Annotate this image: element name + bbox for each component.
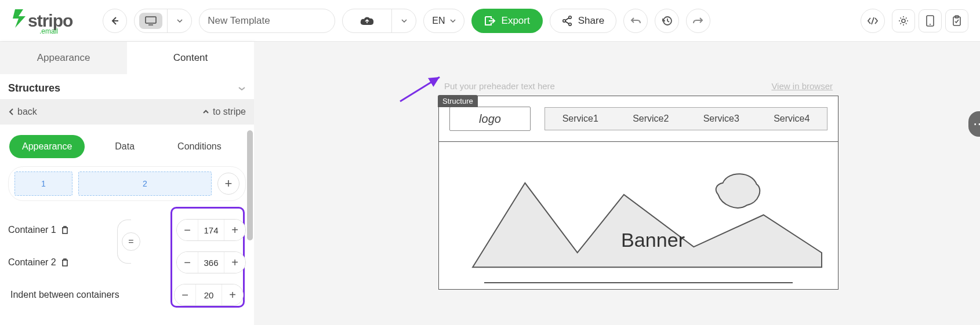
tab-content[interactable]: Content <box>127 42 254 74</box>
preheader-placeholder[interactable]: Put your preheader text here <box>444 81 555 91</box>
trash-icon <box>61 258 69 267</box>
share-label: Share <box>578 15 604 27</box>
container-2-width-value[interactable]: 366 <box>198 252 224 273</box>
subtab-conditions[interactable]: Conditions <box>165 135 234 158</box>
back-button[interactable] <box>103 9 127 33</box>
decrement-button[interactable]: − <box>175 284 195 305</box>
subtab-data[interactable]: Data <box>102 135 147 158</box>
equalize-button[interactable]: = <box>122 232 140 251</box>
history-icon <box>662 16 672 26</box>
save-cloud-caret[interactable] <box>391 9 416 32</box>
column-2[interactable]: 2 <box>78 171 212 196</box>
preview-device-button[interactable] <box>919 9 942 32</box>
topbar: stripo .email New Template EN <box>0 0 980 42</box>
column-layout-picker: 1 2 + <box>8 166 246 201</box>
settings-button[interactable] <box>892 9 915 32</box>
undo-button[interactable] <box>623 9 648 33</box>
email-preview: Put your preheader text here View in bro… <box>438 79 839 290</box>
decrement-button[interactable]: − <box>177 252 198 273</box>
stripo-logo-icon <box>12 8 27 29</box>
chevron-down-icon <box>238 86 246 91</box>
increment-button[interactable]: + <box>224 220 245 240</box>
back-to-stripe[interactable]: back to stripe <box>0 99 254 125</box>
subtab-appearance[interactable]: Appearance <box>9 135 85 158</box>
indent-row: Indent between containers − 20 + <box>8 279 246 311</box>
undo-icon <box>630 17 641 25</box>
viewport-toggle[interactable] <box>134 9 192 33</box>
indent-value[interactable]: 20 <box>195 284 222 305</box>
back-label: back <box>17 107 37 117</box>
share-button[interactable]: Share <box>550 9 616 33</box>
email-banner-structure[interactable]: Banner <box>438 141 839 290</box>
nav-item-1[interactable]: Service1 <box>562 114 598 124</box>
redo-button[interactable] <box>686 9 710 33</box>
caret-down-icon <box>450 19 456 23</box>
delete-container-1[interactable] <box>61 225 69 235</box>
delete-container-2[interactable] <box>61 258 69 267</box>
clipboard-button[interactable] <box>945 9 968 32</box>
svg-point-9 <box>902 19 905 23</box>
language-code: EN <box>432 16 445 26</box>
section-title: Structures <box>8 82 60 94</box>
divider-line <box>484 282 793 283</box>
save-cloud-button[interactable] <box>343 9 391 32</box>
panel-body: Appearance Data Conditions 1 2 + = Conta… <box>0 125 254 325</box>
nav-item-3[interactable]: Service3 <box>703 114 739 124</box>
mobile-icon <box>926 15 934 27</box>
desktop-view-button[interactable] <box>139 13 162 29</box>
viewport-caret[interactable] <box>167 9 191 32</box>
svg-point-4 <box>563 19 565 21</box>
container-1-width-stepper: − 174 + <box>176 219 246 241</box>
sidebar-tabs: Appearance Content <box>0 42 254 74</box>
banner-text: Banner <box>621 229 685 251</box>
container-1-width-value[interactable]: 174 <box>198 220 224 240</box>
decrement-button[interactable]: − <box>177 220 198 240</box>
view-in-browser-link[interactable]: View in browser <box>771 81 833 91</box>
code-view-button[interactable] <box>861 9 885 33</box>
plus-icon: + <box>225 176 233 191</box>
section-structures[interactable]: Structures <box>0 74 254 99</box>
container-1-label: Container 1 <box>8 225 56 235</box>
svg-point-3 <box>569 16 571 18</box>
preheader-row: Put your preheader text here View in bro… <box>438 79 839 96</box>
svg-point-5 <box>569 23 571 25</box>
history-button[interactable] <box>655 9 679 33</box>
dots-icon: ⋯ <box>973 116 980 132</box>
nav-item-4[interactable]: Service4 <box>774 114 810 124</box>
add-column-button[interactable]: + <box>217 173 239 195</box>
arrow-left-icon <box>110 16 119 25</box>
column-1[interactable]: 1 <box>14 171 72 196</box>
structure-subtabs: Appearance Data Conditions <box>6 125 248 166</box>
increment-button[interactable]: + <box>224 252 245 273</box>
indent-stepper: − 20 + <box>174 284 244 306</box>
email-logo-placeholder[interactable]: logo <box>449 107 531 131</box>
desktop-icon <box>145 16 157 25</box>
chevron-up-icon <box>202 109 209 114</box>
export-icon <box>484 16 496 26</box>
email-header-structure[interactable]: logo Service1 Service2 Service3 Service4 <box>438 96 839 141</box>
language-picker[interactable]: EN <box>423 9 464 33</box>
chevron-left-icon <box>8 108 14 116</box>
container-rows: = Container 1 − 174 + <box>6 211 248 311</box>
canvas-more-button[interactable]: ⋯ <box>968 111 980 137</box>
banner-placeholder-icon: Banner <box>449 157 827 279</box>
svg-line-7 <box>565 21 569 24</box>
trash-icon <box>61 225 69 235</box>
nav-item-2[interactable]: Service2 <box>633 114 669 124</box>
email-nav[interactable]: Service1 Service2 Service3 Service4 <box>545 107 827 130</box>
container-2-width-stepper: − 366 + <box>176 251 246 273</box>
export-button[interactable]: Export <box>471 9 543 33</box>
template-title[interactable]: New Template <box>199 9 335 33</box>
caret-down-icon <box>177 19 183 23</box>
increment-button[interactable]: + <box>222 284 243 305</box>
svg-rect-1 <box>146 17 156 23</box>
share-icon <box>562 16 572 26</box>
structure-tag[interactable]: Structure <box>438 95 478 107</box>
tab-appearance[interactable]: Appearance <box>0 42 127 74</box>
clipboard-check-icon <box>952 15 961 27</box>
canvas[interactable]: Put your preheader text here View in bro… <box>254 42 980 325</box>
save-cloud-group <box>342 9 416 33</box>
to-stripe-label: to stripe <box>213 107 246 117</box>
sidebar: Appearance Content Structures back to st… <box>0 42 254 325</box>
indent-label: Indent between containers <box>10 290 119 300</box>
